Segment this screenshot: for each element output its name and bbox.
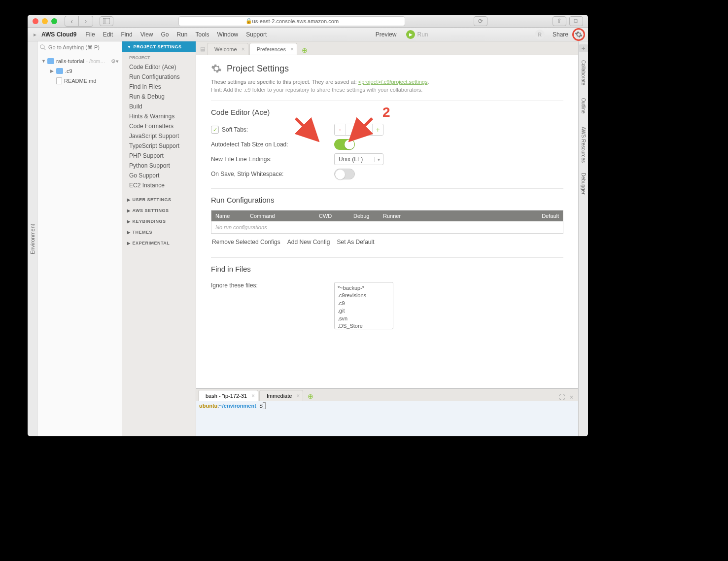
terminal-panel: bash - "ip-172-31 × Immediate × ⊕ ⛶ × ub… [196,388,578,436]
forward-button[interactable]: › [79,16,93,26]
th-name: Name [211,213,246,219]
cloud9-logo-icon[interactable]: ▸ [31,31,39,38]
nav-item-formatters[interactable]: Code Formatters [122,121,196,131]
rail-outline[interactable]: Outline [581,98,586,114]
nav-section-label: AWS SETTINGS [133,208,169,213]
main-area: ▤ Welcome × Preferences × ⊕ Project Sett… [196,41,578,436]
tree-gear-icon[interactable]: ⚙▾ [111,58,119,65]
back-button[interactable]: ‹ [65,16,79,26]
soft-tabs-checkbox[interactable]: ✓ [211,126,219,134]
ignore-files-textarea[interactable]: *~backup-* .c9revisions .c9 .git .svn .D… [334,282,393,329]
goto-search[interactable] [37,41,122,53]
close-icon[interactable]: × [290,46,294,53]
set-default-button[interactable]: Set As Default [337,239,374,245]
menu-run[interactable]: Run [173,31,192,38]
add-config-button[interactable]: Add New Config [287,239,330,245]
nav-item-run-debug[interactable]: Run & Debug [122,92,196,102]
nav-section-keybindings[interactable]: ▶KEYBINDINGS [122,216,196,227]
file-tree-panel: ▼ rails-tutorial - /hom… ⚙▾ ▶ .c9 README… [37,41,122,436]
remove-configs-button[interactable]: Remove Selected Configs [212,239,280,245]
menu-edit[interactable]: Edit [99,31,117,38]
terminal-output[interactable]: ubuntu:~/environment $ [196,401,578,436]
nav-item-go[interactable]: Go Support [122,171,196,180]
strip-ws-toggle[interactable] [334,169,355,179]
nav-item-run-config[interactable]: Run Configurations [122,72,196,82]
tree-item-c9[interactable]: ▶ .c9 [38,66,121,76]
reload-button[interactable]: ⟳ [474,16,487,26]
line-endings-label: New File Line Endings: [211,156,272,163]
close-icon[interactable]: × [296,392,300,399]
add-panel-button[interactable]: + [579,44,588,52]
run-button[interactable]: ▶ Run [406,30,428,39]
nav-item-find[interactable]: Find in Files [122,82,196,92]
settings-path-link[interactable]: <project>/.c9/project.settings [358,79,428,85]
environment-tab[interactable]: Environment [30,224,35,254]
nav-item-python[interactable]: Python Support [122,161,196,171]
minimize-window-button[interactable] [42,18,48,24]
menu-file[interactable]: File [81,31,99,38]
autodetect-label: Autodetect Tab Size on Load: [211,141,288,148]
sidebar-toggle-button[interactable] [100,16,113,26]
tree-root[interactable]: ▼ rails-tutorial - /hom… ⚙▾ [38,56,121,66]
url-bar[interactable]: 🔒 us-east-2.console.aws.amazon.com [178,16,405,26]
nav-item-ec2[interactable]: EC2 Instance [122,180,196,190]
tree-item-readme[interactable]: README.md [38,76,121,86]
menu-find[interactable]: Find [117,31,136,38]
th-debug: Debug [349,213,379,219]
zoom-window-button[interactable] [51,18,57,24]
nav-section-label: EXPERIMENTAL [133,241,170,245]
close-panel-icon[interactable]: × [570,394,573,401]
close-icon[interactable]: × [251,392,255,399]
tabs-button[interactable]: ⧉ [569,16,583,26]
soft-tabs-input[interactable] [346,124,372,135]
rail-debugger[interactable]: Debugger [581,173,586,195]
menu-go[interactable]: Go [157,31,173,38]
nav-section-aws[interactable]: ▶AWS SETTINGS [122,205,196,216]
share-button[interactable]: Share [549,31,572,38]
maximize-panel-icon[interactable]: ⛶ [559,394,565,401]
tab-preferences[interactable]: Preferences × [249,43,297,55]
terminal-tab-bash[interactable]: bash - "ip-172-31 × [198,390,258,401]
stepper-plus-button[interactable]: + [372,124,383,135]
menu-view[interactable]: View [137,31,157,38]
field-line-endings: New File Line Endings: Unix (LF) [211,152,563,167]
nav-section-label: PROJECT SETTINGS [133,44,181,49]
tab-welcome[interactable]: Welcome × [207,43,248,55]
nav-item-code-editor[interactable]: Code Editor (Ace) [122,62,196,72]
nav-item-js[interactable]: JavaScript Support [122,131,196,141]
nav-item-hints[interactable]: Hints & Warnings [122,111,196,121]
nav-section-themes[interactable]: ▶THEMES [122,227,196,238]
nav-item-ts[interactable]: TypeScript Support [122,141,196,151]
line-endings-select[interactable]: Unix (LF) [334,153,383,165]
menu-support[interactable]: Support [242,31,271,38]
rail-collaborate[interactable]: Collaborate [581,60,586,85]
avatar[interactable]: R [535,30,545,39]
autodetect-toggle[interactable] [334,139,355,150]
add-tab-button[interactable]: ⊕ [300,46,309,55]
search-input[interactable] [46,44,120,50]
add-terminal-tab-button[interactable]: ⊕ [306,392,315,401]
right-rail: + Collaborate Outline AWS Resources Debu… [578,41,588,436]
preferences-gear-highlight [572,28,585,41]
terminal-tab-immediate[interactable]: Immediate × [259,390,303,401]
search-icon [39,44,46,51]
rail-aws-resources[interactable]: AWS Resources [581,127,586,163]
share-browser-button[interactable]: ⇧ [553,16,566,26]
gear-icon[interactable] [575,31,583,38]
folder-icon [47,58,54,64]
menu-window[interactable]: Window [213,31,243,38]
preview-button[interactable]: Preview [372,31,401,38]
nav-section-user[interactable]: ▶USER SETTINGS [122,194,196,205]
panel-menu-icon[interactable]: ▤ [198,43,207,55]
close-window-button[interactable] [33,18,38,24]
close-icon[interactable]: × [242,46,245,53]
menu-tools[interactable]: Tools [192,31,213,38]
nav-item-build[interactable]: Build [122,102,196,111]
stepper-minus-button[interactable]: - [335,124,346,135]
prompt-char: $ [259,403,262,409]
nav-section-project-settings[interactable]: ▼ PROJECT SETTINGS [122,41,196,52]
run-label: Run [417,31,428,38]
nav-section-experimental[interactable]: ▶EXPERIMENTAL [122,238,196,248]
svg-rect-0 [103,18,110,24]
nav-item-php[interactable]: PHP Support [122,151,196,161]
